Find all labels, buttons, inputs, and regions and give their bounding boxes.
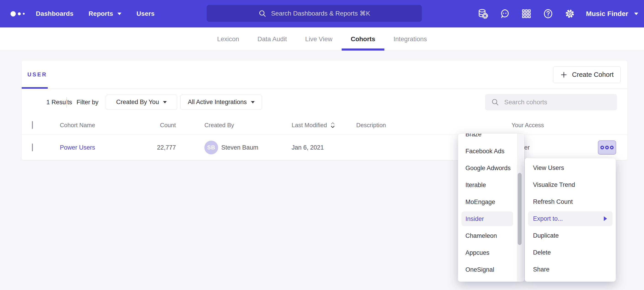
cohort-table-row: Power Users 22,777 SB Steven Baum Jan 6,… [22,135,627,160]
data-settings-icon[interactable] [478,8,488,19]
menu-item-appcues[interactable]: Appcues [458,244,524,261]
header-description[interactable]: Description [356,122,386,129]
cohorts-panel: USER Create Cohort 1 Results Filter by C… [22,61,627,160]
ellipsis-icon [600,146,604,149]
chevron-down-icon [118,13,122,15]
menu-item-moengage[interactable]: MoEngage [458,194,524,210]
section-tabbar: Lexicon Data Audit Live View Cohorts Int… [0,28,644,51]
sort-icon [330,121,335,129]
chevron-down-icon [634,13,638,15]
menu-item-chameleon[interactable]: Chameleon [458,227,524,244]
tab-data-audit[interactable]: Data Audit [248,28,296,51]
menu-item-delete[interactable]: Delete [525,244,616,261]
created-by-cell: SB Steven Baum [204,141,258,154]
menu-item-export-to[interactable]: Export to... [528,211,612,226]
chevron-down-icon [163,101,167,103]
menu-item-braze[interactable]: Braze [458,133,524,143]
tab-integrations[interactable]: Integrations [384,28,436,51]
nav-label: Users [136,10,154,17]
topbar-right: Music Finder [478,0,638,28]
menu-item-iterable[interactable]: Iterable [458,177,524,194]
cohorts-panel-header: USER Create Cohort [22,61,627,89]
integrations-filter-dropdown[interactable]: All Active Integrations [180,95,262,110]
last-modified-cell: Jan 6, 2021 [292,144,324,151]
avatar: SB [204,141,218,154]
header-your-access[interactable]: Your Access [512,122,544,129]
project-switcher[interactable]: Music Finder [586,10,638,18]
plus-icon [560,71,568,78]
header-created-by[interactable]: Created By [204,122,234,129]
tab-lexicon[interactable]: Lexicon [208,28,248,51]
nav-item-dashboards[interactable]: Dashboards [36,10,74,17]
nav-label: Dashboards [36,10,74,17]
nav-item-users[interactable]: Users [136,10,154,17]
menu-item-google-adwords[interactable]: Google Adwords [458,160,524,177]
search-icon [258,9,266,18]
settings-gear-icon[interactable] [564,8,575,19]
cohort-search-box [485,94,617,110]
global-search-input[interactable]: Search Dashboards & Reports ⌘K [207,5,422,22]
tab-live-view[interactable]: Live View [296,28,342,51]
filter-row: 1 Results Filter by Created By You All A… [22,89,627,115]
feedback-icon[interactable] [499,8,510,19]
cohort-actions-menu: View Users Visualize Trend Refresh Count… [524,158,616,282]
global-search-placeholder: Search Dashboards & Reports ⌘K [271,10,370,17]
help-icon[interactable] [542,8,554,19]
menu-scrollbar-thumb[interactable] [518,173,522,245]
submenu-arrow-icon [604,216,607,221]
divider [66,97,67,107]
menu-item-insider[interactable]: Insider [462,212,513,226]
menu-item-duplicate[interactable]: Duplicate [525,227,616,244]
nav-item-reports[interactable]: Reports [88,10,122,17]
tab-cohorts[interactable]: Cohorts [342,28,384,51]
created-by-filter-dropdown[interactable]: Created By You [106,95,177,110]
row-actions-button[interactable] [598,140,616,155]
cohort-count: 22,777 [131,144,176,151]
filter-by-label: Filter by [76,99,98,106]
apps-grid-icon[interactable] [521,8,532,19]
top-navigation: Dashboards Reports Users [36,0,154,28]
menu-item-onesignal[interactable]: OneSignal [458,261,524,278]
tab-user-cohorts[interactable]: USER [28,61,47,88]
nav-label: Reports [88,10,113,17]
header-count[interactable]: Count [131,122,176,129]
created-by-name: Steven Baum [221,144,258,151]
menu-item-refresh-count[interactable]: Refresh Count [525,193,616,210]
cohort-search-input[interactable] [504,99,611,106]
header-cohort-name[interactable]: Cohort Name [60,122,95,129]
cohort-name-link[interactable]: Power Users [60,144,95,151]
topbar: Dashboards Reports Users Search Dashboar… [0,0,644,28]
select-all-checkbox[interactable] [32,121,33,129]
chevron-down-icon [251,101,255,103]
row-checkbox[interactable] [32,144,33,152]
header-last-modified[interactable]: Last Modified [292,121,335,129]
search-icon [491,98,499,106]
menu-item-share[interactable]: Share [525,261,616,278]
menu-item-facebook-ads[interactable]: Facebook Ads [458,143,524,160]
menu-scrollbar-track[interactable] [517,133,523,281]
menu-item-visualize-trend[interactable]: Visualize Trend [525,176,616,193]
results-count: 1 Results [46,99,72,106]
create-cohort-button[interactable]: Create Cohort [553,66,621,83]
table-header-row: Cohort Name Count Created By Last Modifi… [22,115,627,135]
menu-item-view-users[interactable]: View Users [525,160,616,176]
project-name: Music Finder [586,10,628,18]
export-destinations-menu: Braze Facebook Ads Google Adwords Iterab… [458,133,524,282]
mixpanel-logo-icon[interactable] [10,0,25,28]
active-tab-underline [22,87,48,89]
